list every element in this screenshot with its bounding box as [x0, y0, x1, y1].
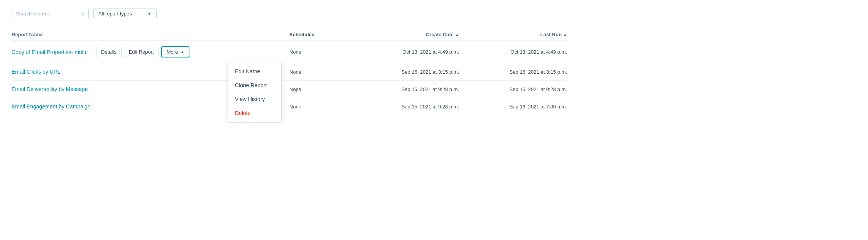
search-input[interactable]	[16, 11, 80, 17]
table-row: Copy of Email Properties- multi Details …	[12, 41, 567, 63]
dropdown-item-view-history[interactable]: View History	[228, 92, 281, 106]
create-date-value: Sep 15, 2021 at 9:28 p.m.	[351, 86, 459, 92]
search-icon: ⌕	[81, 10, 84, 17]
caret-up-icon: ▲	[180, 50, 184, 54]
create-date-value: Sep 16, 2021 at 3:15 p.m.	[351, 69, 459, 75]
scheduled-value: None	[289, 86, 351, 92]
table-row: Email Deliverability by Message None Sep…	[12, 81, 567, 98]
sort-icon-create: ▲	[455, 32, 459, 37]
dropdown-item-clone[interactable]: Clone Report ☞	[228, 78, 281, 92]
edit-report-button[interactable]: Edit Report	[124, 47, 159, 57]
last-run-value: Sep 16, 2021 at 3:15 p.m.	[459, 69, 567, 75]
toolbar: ⌕ All report types ▼	[12, 8, 567, 19]
more-dropdown-menu: Edit Name Clone Report ☞ View History De…	[228, 62, 282, 123]
chevron-down-icon: ▼	[147, 11, 152, 16]
report-type-filter[interactable]: All report types ▼	[93, 8, 157, 19]
last-run-value: Oct 13, 2021 at 4:49 p.m.	[459, 49, 567, 55]
reports-table: Report Name Scheduled Create Date ▲ Last…	[12, 29, 567, 115]
row-actions: Details Edit Report More ▲	[96, 46, 189, 57]
search-box: ⌕	[12, 8, 89, 19]
dropdown-item-delete[interactable]: Delete	[228, 106, 281, 120]
dropdown-item-edit-name[interactable]: Edit Name	[228, 64, 281, 78]
header-report-name: Report Name	[12, 32, 289, 37]
details-button[interactable]: Details	[96, 47, 122, 57]
header-last-run: Last Run ▲	[459, 32, 567, 37]
create-date-value: Oct 13, 2021 at 4:49 p.m.	[351, 49, 459, 55]
report-link[interactable]: Email Engagement by Campaign	[12, 103, 91, 110]
table-header: Report Name Scheduled Create Date ▲ Last…	[12, 29, 567, 41]
filter-label: All report types	[98, 11, 132, 17]
table-row: Email Engagement by Campaign None Sep 15…	[12, 98, 567, 115]
page-wrapper: ⌕ All report types ▼ Report Name Schedul…	[0, 0, 579, 123]
scheduled-value: None	[289, 69, 351, 75]
last-run-value: Sep 16, 2021 at 7:00 a.m.	[459, 104, 567, 110]
scheduled-value: None	[289, 49, 351, 55]
report-link[interactable]: Copy of Email Properties- multi	[12, 49, 86, 55]
more-button[interactable]: More ▲	[161, 46, 190, 57]
report-link[interactable]: Email Clicks by URL	[12, 69, 61, 75]
table-row: Email Clicks by URL None Sep 16, 2021 at…	[12, 63, 567, 81]
report-link[interactable]: Email Deliverability by Message	[12, 86, 88, 92]
header-scheduled: Scheduled	[289, 32, 351, 37]
last-run-value: Sep 15, 2021 at 9:28 p.m.	[459, 86, 567, 92]
scheduled-value: None	[289, 104, 351, 110]
create-date-value: Sep 15, 2021 at 9:28 p.m.	[351, 104, 459, 110]
report-name-cell: Copy of Email Properties- multi Details …	[12, 46, 289, 57]
sort-icon-lastrun: ▲	[563, 32, 567, 37]
header-create-date: Create Date ▲	[351, 32, 459, 37]
